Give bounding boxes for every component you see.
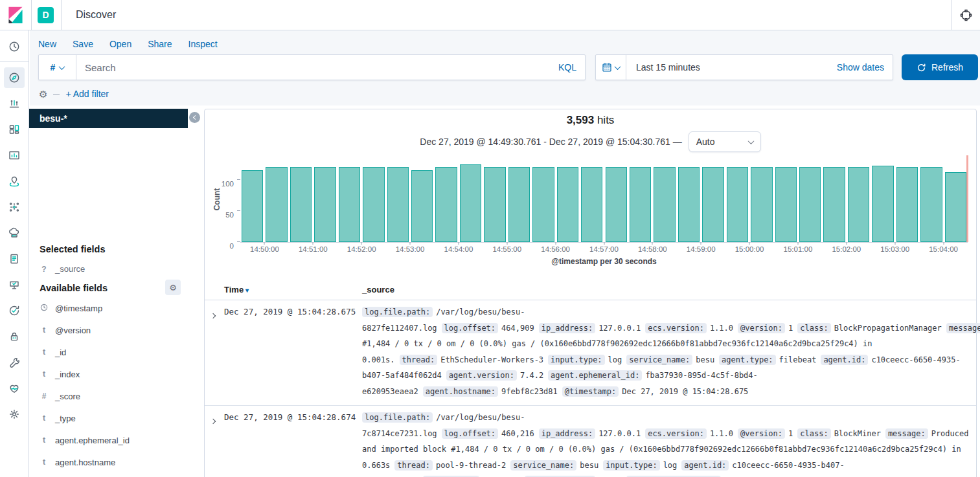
histogram-bar[interactable]: [775, 167, 797, 242]
source-field-name: thread:: [394, 460, 433, 471]
interval-select[interactable]: Auto: [689, 131, 761, 152]
field-type-string-icon: t: [40, 436, 48, 445]
expand-row-button[interactable]: [211, 309, 215, 320]
histogram-bar[interactable]: [363, 167, 384, 242]
source-field-name: agent.hostname:: [423, 386, 498, 397]
nav-item-logs[interactable]: [4, 249, 25, 269]
nav-item-maps[interactable]: [4, 171, 25, 192]
field-item-@version[interactable]: t@version: [40, 319, 196, 341]
histogram-bar[interactable]: [508, 167, 530, 242]
menu-link-open[interactable]: Open: [109, 39, 131, 49]
field-item-agent.id[interactable]: tagent.id: [40, 473, 196, 477]
collapse-sidebar-button[interactable]: [189, 112, 200, 123]
x-tick-mark: [701, 242, 701, 245]
nav-item-metrics[interactable]: [4, 223, 25, 243]
histogram-bar[interactable]: [242, 170, 263, 242]
histogram-bar[interactable]: [727, 167, 748, 242]
nav-item-dashboard[interactable]: [4, 119, 25, 140]
histogram-bar[interactable]: [678, 167, 700, 242]
nav-item-management[interactable]: [4, 404, 25, 425]
nav-item-dev-tools[interactable]: [4, 352, 25, 373]
results-panel: 3,593 hits Dec 27, 2019 @ 14:49:30.761 -…: [204, 109, 977, 477]
source-field-value: Dec 27, 2019 @ 15:04:28.675: [622, 387, 748, 396]
histogram-bar[interactable]: [557, 167, 578, 242]
selected-field-_source[interactable]: ?_source: [40, 264, 85, 274]
nav-item-visualize[interactable]: [4, 93, 25, 114]
add-filter-button[interactable]: + Add filter: [65, 89, 109, 99]
time-column-header[interactable]: Time▾: [224, 285, 249, 294]
histogram-bar[interactable]: [751, 167, 772, 242]
refresh-button[interactable]: Refresh: [902, 54, 978, 80]
show-dates-button[interactable]: Show dates: [837, 62, 893, 72]
field-item-_type[interactable]: t_type: [40, 407, 196, 429]
apm-trace-icon: [8, 304, 21, 317]
x-tick-label: 15:00:00: [735, 245, 764, 253]
histogram-bar[interactable]: [484, 167, 505, 242]
search-input[interactable]: [76, 62, 550, 73]
menu-link-inspect[interactable]: Inspect: [188, 39, 218, 49]
histogram-bar[interactable]: [872, 166, 893, 242]
histogram-bar[interactable]: [896, 167, 918, 242]
clock-icon: [40, 304, 48, 311]
histogram-bar[interactable]: [654, 167, 675, 242]
nav-item-machine-learning[interactable]: [4, 197, 25, 217]
date-quick-select-button[interactable]: [596, 55, 626, 80]
source-field-value: besu: [696, 355, 714, 364]
histogram-plot-area[interactable]: @timestamp per 30 seconds 05010014:50:00…: [240, 159, 968, 243]
menu-link-share[interactable]: Share: [148, 39, 172, 49]
field-item-_index[interactable]: t_index: [40, 363, 196, 385]
y-axis-label: Count: [212, 188, 222, 211]
source-field-name: agent.id:: [681, 460, 729, 471]
discover-app-badge[interactable]: D: [38, 7, 54, 23]
expand-row-button[interactable]: [211, 414, 215, 426]
field-item-@timestamp[interactable]: @timestamp: [40, 297, 196, 319]
field-item-_id[interactable]: t_id: [40, 341, 196, 363]
nav-item-apm[interactable]: [4, 300, 25, 321]
source-field-name: @version:: [738, 428, 785, 439]
histogram-bar[interactable]: [799, 167, 821, 242]
source-field-value: EthScheduler-Workers-3: [440, 355, 543, 364]
histogram-bar[interactable]: [848, 167, 869, 242]
histogram-bar[interactable]: [630, 167, 651, 242]
menu-link-new[interactable]: New: [38, 39, 56, 49]
histogram-bar[interactable]: [532, 167, 554, 242]
field-item-agent.hostname[interactable]: tagent.hostname: [40, 451, 196, 473]
nav-item-discover[interactable]: [4, 67, 25, 88]
histogram-bar[interactable]: [945, 172, 966, 242]
histogram-bar[interactable]: [290, 167, 312, 242]
kql-toggle[interactable]: KQL: [550, 62, 585, 72]
field-item-_score[interactable]: #_score: [40, 385, 196, 407]
nav-item-recent[interactable]: [4, 36, 25, 57]
histogram-bar[interactable]: [606, 167, 627, 242]
saved-query-menu-button[interactable]: #: [39, 55, 76, 80]
time-range-value[interactable]: Last 15 minutes: [626, 62, 837, 72]
y-tick-mark: [237, 241, 240, 242]
histogram-bar[interactable]: [266, 167, 287, 242]
filter-options-gear-icon[interactable]: ⚙: [39, 89, 47, 99]
field-item-agent.ephemeral_id[interactable]: tagent.ephemeral_id: [40, 429, 196, 451]
available-fields-heading: Available fields: [40, 283, 108, 293]
help-button[interactable]: [952, 8, 980, 22]
nav-item-uptime[interactable]: [4, 274, 25, 295]
histogram-bar[interactable]: [435, 167, 457, 242]
histogram-bar[interactable]: [460, 164, 481, 242]
histogram-bar[interactable]: [411, 170, 433, 242]
histogram-bar[interactable]: [702, 167, 724, 242]
current-time-marker: [966, 155, 968, 242]
query-section: NewSaveOpenShareInspect # KQL La: [30, 30, 980, 105]
index-pattern-selector[interactable]: besu-*: [29, 109, 188, 128]
histogram-bar[interactable]: [387, 167, 409, 242]
nav-item-siem[interactable]: [4, 326, 25, 347]
histogram-bar[interactable]: [339, 167, 360, 242]
histogram-bar[interactable]: [314, 167, 336, 242]
field-settings-button[interactable]: ⚙: [165, 280, 181, 295]
nav-item-stack-monitoring[interactable]: [4, 378, 25, 399]
source-field-value: 1.1.0: [710, 324, 733, 333]
menu-link-save[interactable]: Save: [73, 39, 93, 49]
kibana-logo[interactable]: [0, 0, 32, 30]
nav-item-canvas[interactable]: [4, 145, 25, 166]
histogram-bar[interactable]: [581, 167, 602, 242]
search-row: # KQL Last 15 minutes Show dates: [38, 54, 978, 80]
histogram-bar[interactable]: [823, 167, 845, 242]
histogram-bar[interactable]: [920, 167, 942, 242]
